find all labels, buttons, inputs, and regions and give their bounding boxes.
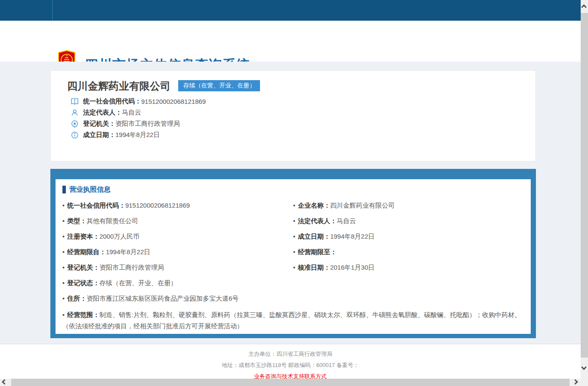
license-item-registry: •登记机关：资阳市工商行政管理局 (62, 263, 293, 272)
scroll-left-icon[interactable] (2, 379, 7, 385)
license-item-type: •类型：其他有限责任公司 (62, 216, 293, 226)
footer-address: 地址：成都市玉沙路118号 邮政编码：600017 备案号： (0, 361, 581, 369)
license-item-term-from: •经营期限自：1994年8月22日 (62, 247, 293, 257)
item-label: 企业名称： (298, 202, 330, 209)
info-row-founded: 成立日期：1994年8月22日 (51, 129, 535, 140)
item-label: 经营范围： (67, 311, 99, 318)
bullet: • (62, 202, 65, 209)
item-value: 2000万人民币 (99, 233, 139, 240)
scroll-down-icon[interactable] (581, 364, 587, 370)
info-icon (71, 131, 79, 139)
bullet: • (62, 249, 65, 255)
bullet: • (62, 295, 65, 302)
item-value: 915120002068121869 (125, 202, 190, 209)
item-value: 资阳市雁江区城东新区医药食品产业园加多宝大道6号 (87, 295, 238, 302)
footer-organizer: 主办单位：四川省工商行政管理局 (0, 344, 581, 358)
item-label: 登记机关： (67, 264, 99, 271)
info-label: 统一社会信用代码： (83, 97, 141, 106)
license-item-credit-code: •统一社会信用代码：915120002068121869 (62, 201, 293, 210)
license-item-legal-rep: •法定代表人：马自云 (293, 216, 524, 226)
bullet: • (293, 264, 295, 271)
item-value: 制造、销售:片剂、颗粒剂、硬胶囊剂、原料药（拉莫三嗪、盐酸莫西沙星、硝呋太尔、双… (62, 311, 521, 330)
item-label: 经营期限至： (298, 248, 337, 255)
license-item-address: •住所：资阳市雁江区城东新区医药食品产业园加多宝大道6号 (62, 294, 524, 303)
info-row-registry: 登记机关：资阳市工商行政管理局 (51, 118, 535, 129)
item-label: 统一社会信用代码： (67, 202, 125, 209)
info-row-credit-code: 统一社会信用代码：915120002068121869 (51, 96, 535, 107)
item-label: 注册资本： (67, 233, 99, 240)
person-icon (71, 109, 79, 117)
license-item-founded: •成立日期：1994年8月22日 (293, 232, 524, 241)
license-item-status: •登记状态：存续（在营、开业、在册） (62, 278, 293, 288)
bullet: • (293, 249, 295, 255)
company-info-list: 统一社会信用代码：915120002068121869 法定代表人：马自云 登记… (51, 96, 535, 140)
location-icon (71, 120, 79, 128)
license-left-column: •统一社会信用代码：915120002068121869 •类型：其他有限责任公… (62, 201, 293, 294)
status-badge: 存续（在营、开业、在册） (178, 80, 260, 91)
company-name: 四川金辉药业有限公司 (67, 79, 170, 93)
info-row-legal-rep: 法定代表人：马自云 (51, 107, 535, 118)
bullet: • (62, 264, 65, 271)
info-label: 法定代表人： (83, 109, 122, 117)
item-value: 其他有限责任公司 (87, 217, 138, 224)
license-panel: 营业执照信息 •统一社会信用代码：915120002068121869 •类型：… (56, 179, 531, 334)
company-title-row: 四川金辉药业有限公司 存续（在营、开业、在册） (51, 71, 535, 91)
top-bar (0, 0, 588, 21)
bullet: • (62, 311, 65, 318)
top-bar-divider (52, 0, 53, 21)
vertical-scrollbar-thumb[interactable] (581, 13, 588, 358)
item-label: 经营期限自： (67, 248, 106, 255)
license-item-capital: •注册资本：2000万人民币 (62, 232, 293, 241)
info-label: 成立日期： (83, 131, 115, 139)
bullet: • (293, 233, 295, 240)
bullet: • (62, 218, 65, 224)
company-summary-card: 四川金辉药业有限公司 存续（在营、开业、在册） 统一社会信用代码：9151200… (50, 70, 536, 162)
item-value: 2016年1月30日 (330, 264, 374, 271)
info-value: 915120002068121869 (141, 98, 206, 105)
scroll-right-icon[interactable] (573, 379, 578, 385)
info-value: 马自云 (122, 109, 141, 117)
book-icon (71, 97, 79, 106)
license-columns: •统一社会信用代码：915120002068121869 •类型：其他有限责任公… (62, 201, 524, 294)
bullet: • (62, 280, 65, 286)
section-title-bar (62, 186, 66, 193)
item-label: 成立日期： (298, 233, 330, 240)
page-footer: 主办单位：四川省工商行政管理局 地址：成都市玉沙路118号 邮政编码：60001… (0, 344, 581, 379)
info-label: 登记机关： (83, 120, 115, 128)
scrollbar-corner (581, 379, 588, 386)
item-label: 法定代表人： (298, 217, 337, 224)
bullet: • (62, 233, 65, 240)
item-value: 存续（在营、开业、在册） (99, 279, 177, 286)
scroll-up-icon[interactable] (581, 4, 587, 10)
item-value: 1994年8月22日 (106, 248, 150, 255)
vertical-scrollbar[interactable] (581, 0, 588, 379)
license-item-term-to: •经营期限至： (293, 247, 524, 257)
item-label: 核准日期： (298, 264, 330, 271)
horizontal-scrollbar-thumb[interactable] (11, 379, 569, 386)
item-value: 四川金辉药业有限公司 (330, 202, 395, 209)
item-label: 类型： (67, 217, 87, 224)
info-value: 1994年8月22日 (115, 131, 160, 139)
license-right-column: •企业名称：四川金辉药业有限公司 •法定代表人：马自云 •成立日期：1994年8… (293, 201, 524, 294)
site-header: 四川市场主体信息查询系统 (0, 21, 588, 62)
info-value: 资阳市工商行政管理局 (115, 120, 180, 128)
item-label: 登记状态： (67, 279, 99, 286)
license-section: 营业执照信息 •统一社会信用代码：915120002068121869 •类型：… (50, 169, 536, 338)
section-title-text: 营业执照信息 (69, 185, 111, 194)
item-value: 1994年8月22日 (330, 233, 374, 240)
bullet: • (293, 202, 295, 209)
item-value: 资阳市工商行政管理局 (99, 264, 164, 271)
bullet: • (293, 218, 295, 224)
item-value: 马自云 (337, 217, 356, 224)
license-item-company-name: •企业名称：四川金辉药业有限公司 (293, 201, 524, 210)
section-title: 营业执照信息 (62, 185, 524, 194)
horizontal-scrollbar[interactable] (0, 379, 581, 386)
item-label: 住所： (67, 295, 87, 302)
license-item-business-scope: •经营范围：制造、销售:片剂、颗粒剂、硬胶囊剂、原料药（拉莫三嗪、盐酸莫西沙星、… (62, 309, 524, 332)
license-item-approval-date: •核准日期：2016年1月30日 (293, 263, 524, 272)
